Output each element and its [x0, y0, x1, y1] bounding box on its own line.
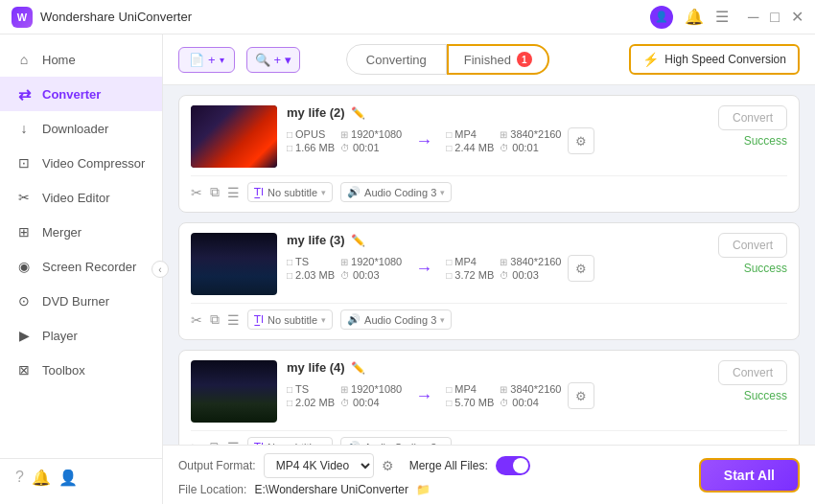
- list-icon-1[interactable]: ☰: [227, 185, 240, 200]
- arrow-2: →: [415, 259, 432, 279]
- start-all-button[interactable]: Start All: [699, 458, 800, 493]
- toggle-dot: [513, 458, 528, 473]
- src-res-3: ⊞ 1920*1080: [340, 383, 402, 395]
- sidebar-item-converter[interactable]: ⇄ Converter: [0, 77, 162, 111]
- tab-converting[interactable]: Converting: [346, 44, 447, 75]
- sidebar-item-player[interactable]: ▶ Player: [0, 318, 162, 353]
- dst-size-1: □ 2.44 MB: [446, 142, 494, 153]
- footer-format-row: Output Format: MP4 4K Video ⚙ Merge All …: [178, 453, 687, 478]
- edit-icon-2[interactable]: ✏️: [351, 234, 365, 247]
- menu-icon[interactable]: ☰: [715, 8, 729, 26]
- dst-dur-3: ⏱ 00:04: [500, 397, 561, 408]
- audio-select-2[interactable]: 🔊 Audio Coding 3 ▾: [340, 309, 452, 330]
- footer-right: Start All: [699, 458, 800, 493]
- sidebar-item-video-compressor[interactable]: ⊡ Video Compressor: [0, 146, 162, 180]
- file-location-value: E:\Wondershare UniConverter: [254, 483, 408, 496]
- dst-meta-1: ⊞ 3840*2160 ⏱ 00:01: [500, 128, 561, 153]
- dst-dur-2: ⏱ 00:03: [500, 269, 561, 281]
- user-account-icon[interactable]: 👤: [58, 469, 78, 487]
- bell-icon[interactable]: 🔔: [685, 8, 704, 26]
- sidebar-collapse-button[interactable]: ‹: [151, 261, 169, 278]
- convert-button-3[interactable]: Convert: [718, 360, 787, 385]
- sidebar-item-home[interactable]: ⌂ Home: [0, 42, 162, 77]
- sidebar-item-compressor-label: Video Compressor: [42, 156, 145, 171]
- main-content: 📄 + ▾ 🔍 + ▾ Converting Finished 1 ⚡: [163, 34, 815, 504]
- merger-icon: ⊞: [15, 223, 33, 241]
- add-url-button[interactable]: 🔍 + ▾: [246, 47, 301, 73]
- settings-button-3[interactable]: ⚙: [568, 382, 594, 409]
- thumbnail-2: [191, 233, 277, 295]
- success-status-1: Success: [744, 134, 787, 148]
- sidebar-item-dvd-burner[interactable]: ⊙ DVD Burner: [0, 284, 162, 318]
- main-layout: ⌂ Home ⇄ Converter ↓ Downloader ⊡ Video …: [0, 34, 815, 504]
- file-card-2: my life (3) ✏️ □ TS □: [178, 222, 800, 340]
- add-file-button[interactable]: 📄 + ▾: [178, 47, 235, 73]
- card-actions-2: ✂ ⧉ ☰: [191, 311, 240, 328]
- convert-section-1: Convert Success: [710, 105, 787, 148]
- edit-icon-1[interactable]: ✏️: [351, 106, 365, 120]
- file-card-3: my life (4) ✏️ □ TS □: [178, 350, 800, 445]
- dst-res-2: ⊞ 3840*2160: [500, 256, 561, 267]
- maximize-icon[interactable]: □: [770, 9, 780, 26]
- sidebar-item-downloader[interactable]: ↓ Downloader: [0, 111, 162, 146]
- card-bottom-2: ✂ ⧉ ☰ T̲I No subtitle ▾ 🔊 Audio Coding 3…: [191, 303, 787, 330]
- subtitle-select-3[interactable]: T̲I No subtitle ▾: [247, 437, 333, 445]
- dst-res-3: ⊞ 3840*2160: [500, 383, 561, 395]
- convert-button-2[interactable]: Convert: [718, 233, 787, 258]
- output-format-select[interactable]: MP4 4K Video: [264, 453, 374, 478]
- src-spec-2: □ TS □ 2.03 MB: [287, 256, 335, 281]
- merge-toggle[interactable]: [496, 456, 530, 475]
- arrow-3: →: [415, 386, 432, 406]
- cut-icon-1[interactable]: ✂: [191, 185, 202, 200]
- audio-icon-1: 🔊: [347, 186, 361, 198]
- thumb-img-2: [191, 233, 277, 295]
- audio-chevron-1: ▾: [440, 188, 445, 197]
- subtitle-select-1[interactable]: T̲I No subtitle ▾: [247, 182, 333, 202]
- dst-dur-1: ⏱ 00:01: [500, 142, 561, 153]
- subtitle-select-2[interactable]: T̲I No subtitle ▾: [247, 309, 333, 330]
- thumbnail-3: [191, 360, 277, 423]
- audio-select-3[interactable]: 🔊 Audio Coding 3 ▾: [340, 437, 452, 445]
- cut-icon-2[interactable]: ✂: [191, 312, 202, 328]
- help-icon[interactable]: ?: [15, 469, 24, 487]
- format-settings-icon[interactable]: ⚙: [382, 458, 394, 473]
- list-icon-2[interactable]: ☰: [227, 312, 240, 328]
- src-dur-1: ⏱ 00:01: [340, 142, 402, 153]
- user-icon[interactable]: 👤: [650, 6, 673, 29]
- card-title-1: my life (2) ✏️: [287, 105, 701, 120]
- card-info-1: my life (2) ✏️ □ OPUS □: [287, 105, 701, 154]
- src-meta-1: ⊞ 1920*1080 ⏱ 00:01: [340, 128, 402, 153]
- audio-select-1[interactable]: 🔊 Audio Coding 3 ▾: [340, 182, 452, 202]
- sidebar-item-screen-recorder[interactable]: ◉ Screen Recorder: [0, 249, 162, 284]
- src-meta-2: ⊞ 1920*1080 ⏱ 00:03: [340, 256, 402, 281]
- convert-button-1[interactable]: Convert: [718, 105, 787, 130]
- folder-icon[interactable]: 📁: [416, 483, 431, 496]
- add-file-label: +: [208, 53, 216, 67]
- file-card-1: my life (2) ✏️ □ OPUS □: [178, 95, 800, 213]
- sidebar-item-editor-label: Video Editor: [42, 191, 110, 205]
- player-icon: ▶: [15, 327, 33, 344]
- high-speed-conversion-button[interactable]: ⚡ High Speed Conversion: [629, 44, 800, 75]
- notification-icon[interactable]: 🔔: [32, 469, 51, 487]
- card-top-1: my life (2) ✏️ □ OPUS □: [191, 105, 787, 168]
- sidebar-item-video-editor[interactable]: ✂ Video Editor: [0, 180, 162, 215]
- add-url-label: +: [274, 53, 282, 67]
- dst-res-1: ⊞ 3840*2160: [500, 128, 561, 140]
- sidebar-item-merger[interactable]: ⊞ Merger: [0, 215, 162, 249]
- subtitle-icon-2: T̲I: [254, 313, 264, 326]
- copy-icon-1[interactable]: ⧉: [210, 184, 220, 200]
- merge-label: Merge All Files:: [409, 459, 488, 472]
- copy-icon-2[interactable]: ⧉: [210, 311, 220, 328]
- titlebar: W Wondershare UniConverter 👤 🔔 ☰ ─ □ ✕: [0, 0, 815, 34]
- minimize-icon[interactable]: ─: [748, 9, 758, 26]
- settings-button-1[interactable]: ⚙: [568, 127, 594, 154]
- settings-button-2[interactable]: ⚙: [568, 255, 594, 282]
- edit-icon-3[interactable]: ✏️: [351, 361, 365, 375]
- subtitle-chevron-1: ▾: [321, 188, 326, 197]
- card-bottom-1: ✂ ⧉ ☰ T̲I No subtitle ▾ 🔊 Audio Coding 3…: [191, 175, 787, 202]
- sidebar-item-dvd-label: DVD Burner: [42, 294, 109, 309]
- sidebar-item-toolbox[interactable]: ⊠ Toolbox: [0, 353, 162, 387]
- card-top-2: my life (3) ✏️ □ TS □: [191, 233, 787, 295]
- tab-finished[interactable]: Finished 1: [447, 44, 549, 75]
- close-icon[interactable]: ✕: [791, 8, 803, 26]
